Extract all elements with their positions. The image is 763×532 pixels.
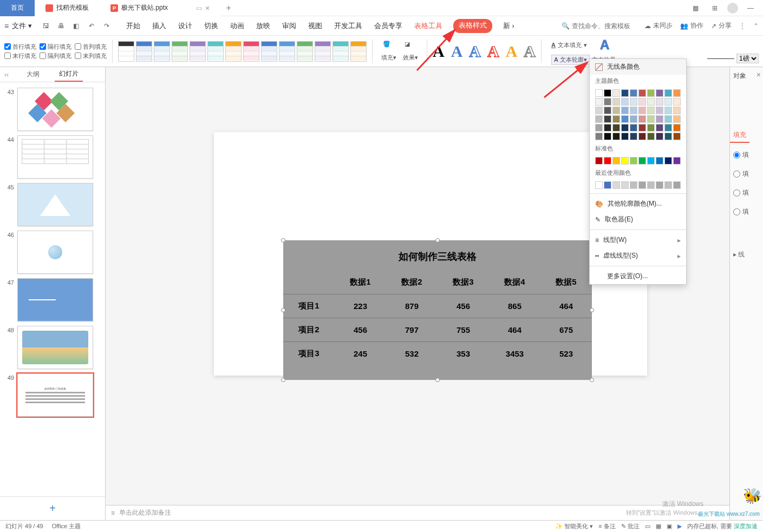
color-swatch[interactable] xyxy=(673,157,681,165)
color-swatch[interactable] xyxy=(630,98,637,106)
color-swatch[interactable] xyxy=(638,89,646,97)
slide-thumb-43[interactable] xyxy=(17,88,93,131)
table-cell[interactable]: 865 xyxy=(489,294,540,318)
color-swatch[interactable] xyxy=(638,98,646,106)
table-cell[interactable]: 项目2 xyxy=(283,318,335,342)
color-swatch[interactable] xyxy=(604,133,611,140)
table-style-swatch[interactable] xyxy=(207,41,224,62)
wordart-3[interactable]: A xyxy=(469,42,481,61)
notes-toggle[interactable]: ≡ 备注 xyxy=(598,522,615,530)
panel-tab-fill[interactable]: 填充 xyxy=(730,128,749,143)
color-swatch[interactable] xyxy=(621,181,629,189)
color-swatch[interactable] xyxy=(647,115,655,123)
color-swatch[interactable] xyxy=(595,115,603,123)
chevron-up-icon[interactable]: ⌃ xyxy=(753,22,759,30)
radio-opt-1[interactable]: 填 xyxy=(733,150,760,160)
color-swatch[interactable] xyxy=(595,133,603,140)
table-cell[interactable]: 245 xyxy=(335,342,386,366)
save-icon[interactable]: 🖫 xyxy=(41,21,51,31)
fill-button[interactable]: 🪣 填充▾ xyxy=(378,41,400,62)
color-swatch[interactable] xyxy=(604,98,611,106)
check-banded-row[interactable]: 隔行填充 xyxy=(40,43,71,51)
color-swatch[interactable] xyxy=(638,115,646,123)
color-swatch[interactable] xyxy=(621,107,629,114)
color-swatch[interactable] xyxy=(621,89,629,97)
color-swatch[interactable] xyxy=(630,133,637,140)
comments-toggle[interactable]: ✎ 批注 xyxy=(621,522,640,530)
color-swatch[interactable] xyxy=(630,157,637,165)
color-swatch[interactable] xyxy=(638,124,646,132)
tab-home[interactable]: 首页 xyxy=(0,0,35,16)
color-swatch[interactable] xyxy=(673,133,681,140)
line-type[interactable]: ≡线型(W)▸ xyxy=(590,232,686,248)
table-cell[interactable]: 353 xyxy=(438,342,489,366)
color-swatch[interactable] xyxy=(647,181,655,189)
color-swatch[interactable] xyxy=(595,124,603,132)
bee-mascot[interactable]: 🐝 xyxy=(743,487,762,505)
table-cell[interactable]: 456 xyxy=(335,318,386,342)
color-swatch[interactable] xyxy=(612,98,620,106)
ribbon-tab-design[interactable]: 设计 xyxy=(177,19,193,33)
line-weight-select[interactable]: 1磅 xyxy=(736,54,759,63)
text-outline-button[interactable]: A 文本轮廓▾ xyxy=(551,55,590,65)
table-style-swatch[interactable] xyxy=(190,41,206,62)
color-swatch[interactable] xyxy=(604,115,611,123)
tab-document[interactable]: P 极光下载站.pptx ▭ × xyxy=(100,0,220,16)
tab-templates[interactable]: 找稻壳模板 xyxy=(35,0,100,16)
color-swatch[interactable] xyxy=(604,157,611,165)
slide-thumb-46[interactable] xyxy=(17,231,93,274)
ribbon-tab-transition[interactable]: 切换 xyxy=(203,19,219,33)
wordart-6[interactable]: A xyxy=(524,42,536,61)
color-swatch[interactable] xyxy=(656,89,663,97)
undo-icon[interactable]: ↶ xyxy=(86,21,97,31)
ribbon-tab-insert[interactable]: 插入 xyxy=(151,19,167,33)
check-first-col[interactable]: 首列填充 xyxy=(75,43,107,51)
color-swatch[interactable] xyxy=(664,89,672,97)
color-swatch[interactable] xyxy=(656,98,663,106)
color-swatch[interactable] xyxy=(604,124,611,132)
table-cell[interactable]: 797 xyxy=(386,318,438,342)
color-swatch[interactable] xyxy=(673,115,681,123)
color-swatch[interactable] xyxy=(647,98,655,106)
table-cell[interactable]: 523 xyxy=(540,342,592,366)
color-swatch[interactable] xyxy=(595,181,603,189)
color-swatch[interactable] xyxy=(656,107,663,114)
color-swatch[interactable] xyxy=(673,89,681,97)
color-swatch[interactable] xyxy=(595,157,603,165)
eyedropper[interactable]: ✎取色器(E) xyxy=(590,212,686,227)
check-first-row[interactable]: 首行填充 xyxy=(4,43,36,51)
print-icon[interactable]: 🖶 xyxy=(56,21,67,31)
table-cell[interactable]: 464 xyxy=(489,318,540,342)
ribbon-tab-slideshow[interactable]: 放映 xyxy=(255,19,271,33)
hamburger-icon[interactable]: ≡ xyxy=(4,22,9,30)
ribbon-tab-start[interactable]: 开始 xyxy=(125,19,141,33)
ribbon-tab-table-style[interactable]: 表格样式 xyxy=(453,19,492,33)
slide-table[interactable]: 如何制作三线表格 数据1数据2数据3数据4数据5项目12238794568654… xyxy=(283,240,592,380)
color-swatch[interactable] xyxy=(656,181,663,189)
wordart-2[interactable]: A xyxy=(451,42,463,61)
color-swatch[interactable] xyxy=(621,115,629,123)
table-cell[interactable]: 532 xyxy=(386,342,438,366)
sync-status[interactable]: ☁未同步 xyxy=(644,21,673,30)
radio-opt-4[interactable]: 填 xyxy=(733,207,760,216)
table-style-swatch[interactable] xyxy=(261,41,277,62)
slide-thumb-45[interactable] xyxy=(17,183,93,226)
slide-thumb-48[interactable] xyxy=(17,326,93,369)
slide-thumb-49[interactable]: 如何制作三线表格 xyxy=(17,373,93,417)
color-swatch[interactable] xyxy=(656,124,663,132)
table-style-swatch[interactable] xyxy=(136,41,152,62)
color-swatch[interactable] xyxy=(647,107,655,114)
color-swatch[interactable] xyxy=(621,157,629,165)
search-box[interactable]: 🔍 xyxy=(562,22,637,30)
add-slide-button[interactable]: + xyxy=(0,496,105,520)
panel-close-icon[interactable]: × xyxy=(757,70,761,79)
color-swatch[interactable] xyxy=(664,181,672,189)
color-swatch[interactable] xyxy=(595,89,603,97)
color-swatch[interactable] xyxy=(673,124,681,132)
table-style-swatch[interactable] xyxy=(225,41,242,62)
color-swatch[interactable] xyxy=(647,133,655,140)
color-swatch[interactable] xyxy=(647,157,655,165)
color-swatch[interactable] xyxy=(673,98,681,106)
collab-button[interactable]: 👥协作 xyxy=(680,21,703,30)
color-swatch[interactable] xyxy=(612,181,620,189)
